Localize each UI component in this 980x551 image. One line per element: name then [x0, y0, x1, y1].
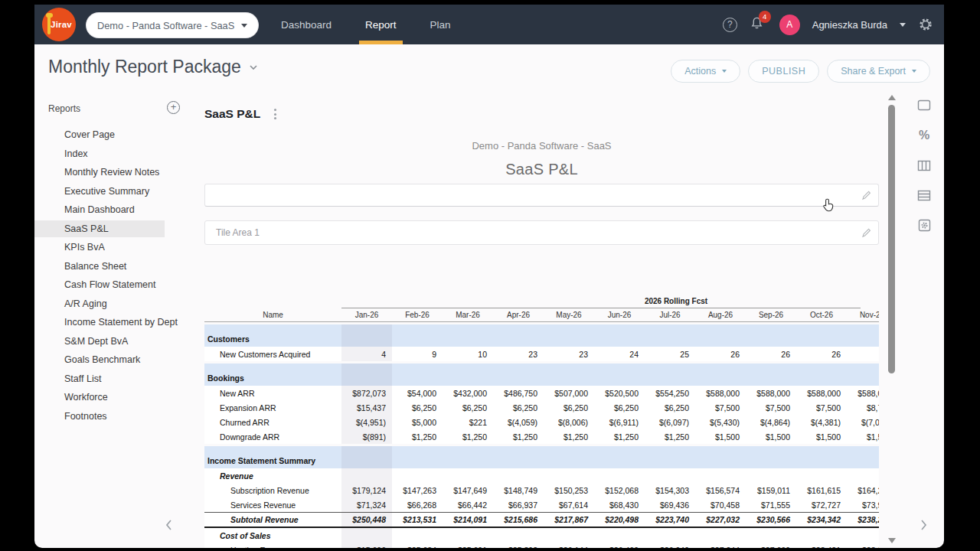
user-menu-chevron-icon[interactable] [900, 23, 906, 27]
value-cell: $1,500 [847, 432, 879, 442]
avatar[interactable]: A [779, 15, 800, 35]
sidebar-item[interactable]: Staff List [34, 370, 165, 387]
sidebar-item[interactable]: SaaS P&L [34, 220, 165, 237]
value-cell: $215,686 [493, 515, 544, 524]
sidebar-item[interactable]: Footnotes [34, 408, 165, 425]
sidebar-item[interactable]: Index [34, 145, 165, 162]
columns-icon[interactable] [916, 158, 932, 173]
value-cell: $(6,911) [594, 418, 645, 427]
value-cell: $486,750 [493, 389, 544, 398]
value-cell: $588,000 [847, 389, 879, 398]
sidebar-item[interactable]: A/R Aging [34, 295, 165, 312]
vertical-scrollbar [887, 92, 897, 548]
tile-area-1[interactable]: Tile Area 1 [204, 220, 879, 245]
value-cell: $872,073 [341, 386, 392, 400]
publish-button[interactable]: PUBLISH [748, 60, 819, 83]
next-page-chevron-icon[interactable] [920, 519, 928, 531]
value-cell: $27,669 [746, 546, 796, 549]
column-header: Apr-26 [493, 311, 544, 319]
table-row-subtotal: Subtotal Revenue$250,448$213,531$214,091… [204, 512, 879, 528]
sidebar-item[interactable]: Main Dashboard [34, 201, 165, 218]
scroll-down-arrow-icon[interactable] [888, 538, 896, 543]
value-cell: $520,500 [594, 389, 645, 398]
value-cell: $28,421 [796, 546, 847, 549]
nav-tab-dashboard[interactable]: Dashboard [264, 5, 348, 44]
sidebar-item[interactable]: Income Statement by Dept [34, 314, 165, 331]
sidebar-item[interactable]: S&M Dept BvA [34, 333, 165, 350]
notifications-button[interactable]: 4 [750, 16, 764, 34]
actions-button[interactable]: Actions [671, 60, 740, 83]
value-cell: $1,250 [443, 432, 493, 442]
value-cell: $1,250 [594, 432, 645, 442]
top-navbar: Jirav Demo - Panda Software - SaaS Dashb… [34, 5, 944, 44]
value-cell: $238,205 [847, 515, 879, 524]
value-cell: $6,250 [645, 403, 695, 412]
sidebar-item[interactable]: Executive Summary [34, 183, 165, 200]
gear-icon[interactable] [918, 17, 933, 32]
row-label: New Customers Acquired [204, 350, 341, 359]
value-cell: $234,342 [796, 515, 847, 524]
value-cell: $25,691 [443, 546, 493, 549]
table-row-data: New Customers Acquired491023232425262626… [204, 347, 879, 361]
value-cell: $(4,381) [796, 418, 847, 427]
column-header: Mar-26 [443, 311, 493, 319]
value-cell: $67,614 [544, 500, 594, 510]
company-selector[interactable]: Demo - Panda Software - SaaS [87, 13, 258, 37]
value-cell: $6,250 [392, 403, 443, 412]
value-cell [341, 446, 392, 468]
value-cell: 23 [493, 350, 544, 359]
column-header: Sep-26 [746, 311, 796, 319]
value-cell: $214,091 [443, 515, 493, 524]
share-export-button[interactable]: Share & Export [827, 60, 930, 83]
sidebar-item[interactable]: Cash Flow Statement [34, 276, 165, 293]
value-cell: $(4,059) [493, 418, 544, 427]
sidebar-item[interactable]: Balance Sheet [34, 258, 165, 275]
value-cell: 26 [695, 350, 746, 359]
title-chevron-down-icon[interactable] [249, 64, 258, 70]
rows-icon[interactable] [916, 187, 932, 203]
value-cell: $223,740 [645, 515, 695, 524]
value-cell: $220,498 [594, 515, 645, 524]
table-row-section: Income Statement Summary [204, 446, 879, 468]
nav-tab-plan[interactable]: Plan [413, 5, 468, 44]
comment-icon[interactable] [916, 98, 932, 113]
value-cell: $27,244 [695, 546, 746, 549]
add-report-button[interactable]: + [167, 101, 180, 114]
sidebar-item[interactable]: Workforce [34, 389, 165, 406]
scrollbar-thumb[interactable] [888, 105, 895, 373]
table-row-subheader: Cost of Sales [204, 528, 879, 543]
sidebar-item[interactable]: Goals Benchmark [34, 351, 165, 368]
value-cell: $(5,430) [695, 418, 746, 427]
sidebar-item[interactable]: Cover Page [34, 126, 165, 143]
kebab-menu-icon[interactable] [273, 107, 278, 121]
value-cell: $71,555 [746, 500, 796, 510]
chevron-down-icon [912, 70, 916, 73]
percent-icon[interactable]: % [916, 128, 932, 143]
sidebar-item[interactable]: Monthly Review Notes [34, 164, 165, 181]
row-label: Services Revenue [204, 500, 341, 510]
tile-settings-icon[interactable] [916, 217, 932, 233]
scroll-up-arrow-icon[interactable] [888, 95, 896, 100]
value-cell: $227,032 [695, 515, 746, 524]
prev-page-chevron-icon[interactable] [165, 519, 173, 531]
edit-pencil-icon[interactable] [861, 190, 872, 201]
help-icon[interactable]: ? [723, 18, 737, 32]
value-cell: $507,000 [544, 389, 594, 398]
nav-tab-report[interactable]: Report [348, 5, 413, 44]
sidebar-item[interactable]: KPIs BvA [34, 239, 165, 256]
row-label: Subscription Revenue [204, 486, 341, 495]
value-cell: 4 [341, 347, 392, 361]
value-cell: $221 [443, 418, 493, 427]
edit-pencil-icon[interactable] [861, 227, 872, 239]
giraffe-icon [47, 15, 51, 34]
report-title: SaaS P&L [204, 107, 260, 121]
logo-text: Jirav [51, 20, 72, 29]
value-cell: $66,442 [443, 500, 493, 510]
value-cell: $588,000 [746, 389, 796, 398]
jirav-logo[interactable]: Jirav [42, 8, 76, 41]
report-heading: SaaS P&L [204, 161, 879, 178]
tile-area-empty[interactable] [204, 184, 879, 207]
value-cell: $6,250 [544, 403, 594, 412]
value-cell: 26 [746, 350, 796, 359]
user-menu[interactable]: Agnieszka Burda [812, 19, 887, 31]
